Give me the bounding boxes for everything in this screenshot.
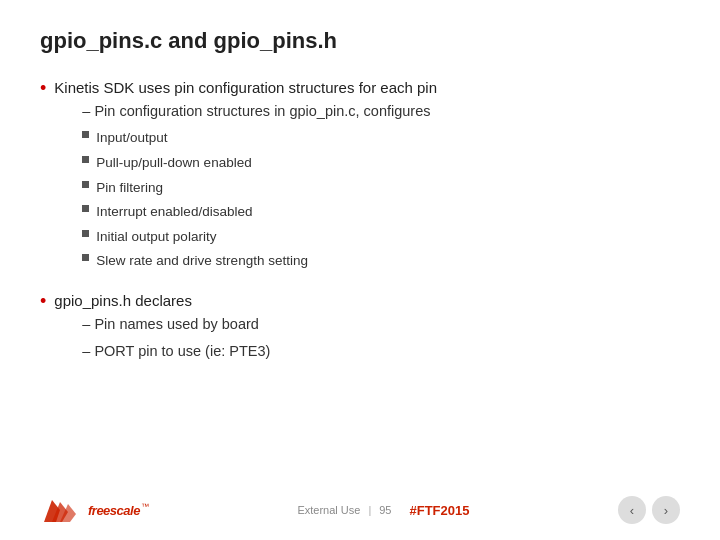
bullet-2: • gpio_pins.h declares – Pin names used … xyxy=(40,289,680,368)
square-icon-1 xyxy=(82,131,89,138)
sub-bullet-dash-2a: – xyxy=(82,316,94,332)
footer-center: External Use | 95 #FTF2015 xyxy=(149,503,618,518)
square-icon-2 xyxy=(82,156,89,163)
sub-bullet-2a: – Pin names used by board xyxy=(82,313,270,336)
slide-content: • Kinetis SDK uses pin configuration str… xyxy=(40,76,680,368)
square-icon-5 xyxy=(82,230,89,237)
bullet-dot-2: • xyxy=(40,287,46,316)
external-use-label: External Use xyxy=(297,504,360,516)
square-icon-6 xyxy=(82,254,89,261)
sub-bullet-1: – Pin configuration structures in gpio_p… xyxy=(82,100,437,123)
bullet-dot-1: • xyxy=(40,74,46,103)
list-item: Interrupt enabled/disabled xyxy=(82,201,437,223)
nav-buttons[interactable]: ‹ › xyxy=(618,496,680,524)
square-icon-4 xyxy=(82,205,89,212)
page-title: gpio_pins.c and gpio_pins.h xyxy=(40,28,680,54)
logo-text: freescale xyxy=(88,503,140,518)
bullet-1-text: Kinetis SDK uses pin configuration struc… xyxy=(54,79,437,96)
list-item: Pull-up/pull-down enabled xyxy=(82,152,437,174)
list-item-text-5: Initial output polarity xyxy=(96,226,216,248)
list-item-text-6: Slew rate and drive strength setting xyxy=(96,250,308,272)
sub-bullet-text-2b: PORT pin to use (ie: PTE3) xyxy=(94,343,270,359)
sub-bullet-dash-2b: – xyxy=(82,343,94,359)
sub-bullet-text-1: Pin configuration structures in gpio_pin… xyxy=(94,103,430,119)
footer: freescale ™ External Use | 95 #FTF2015 ‹… xyxy=(0,496,720,524)
list-item-text-4: Interrupt enabled/disabled xyxy=(96,201,252,223)
logo-tm: ™ xyxy=(141,502,149,511)
footer-divider: | xyxy=(368,504,371,516)
freescale-logo-icon xyxy=(40,496,84,524)
list-item: Initial output polarity xyxy=(82,226,437,248)
list-item-text-3: Pin filtering xyxy=(96,177,163,199)
freescale-logo: freescale ™ xyxy=(40,496,149,524)
next-button[interactable]: › xyxy=(652,496,680,524)
sub-bullet-2b: – PORT pin to use (ie: PTE3) xyxy=(82,340,270,363)
bullet-2-text: gpio_pins.h declares xyxy=(54,292,192,309)
list-item: Slew rate and drive strength setting xyxy=(82,250,437,272)
square-icon-3 xyxy=(82,181,89,188)
sub-bullet-dash-1: – xyxy=(82,103,94,119)
bullet-1: • Kinetis SDK uses pin configuration str… xyxy=(40,76,680,275)
prev-button[interactable]: ‹ xyxy=(618,496,646,524)
list-item-text-2: Pull-up/pull-down enabled xyxy=(96,152,251,174)
list-item: Pin filtering xyxy=(82,177,437,199)
list-item: Input/output xyxy=(82,127,437,149)
sub-items-list: Input/output Pull-up/pull-down enabled P… xyxy=(54,127,437,272)
page-number: 95 xyxy=(379,504,391,516)
hashtag: #FTF2015 xyxy=(410,503,470,518)
list-item-text-1: Input/output xyxy=(96,127,167,149)
slide: gpio_pins.c and gpio_pins.h • Kinetis SD… xyxy=(0,0,720,540)
sub-bullet-text-2a: Pin names used by board xyxy=(94,316,258,332)
